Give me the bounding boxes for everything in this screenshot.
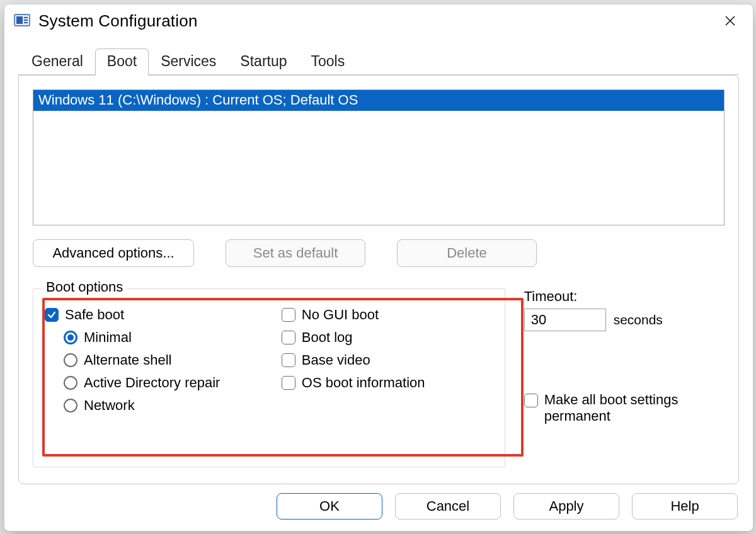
delete-button: Delete	[397, 239, 537, 267]
radio-network-row[interactable]: Network	[64, 397, 256, 414]
help-button[interactable]: Help	[632, 493, 738, 520]
os-boot-info-label: OS boot information	[302, 375, 425, 391]
dialog-button-row: OK Cancel Apply Help	[4, 493, 753, 531]
os-list[interactable]: Windows 11 (C:\Windows) : Current OS; De…	[33, 89, 724, 225]
apply-button[interactable]: Apply	[513, 493, 619, 520]
permanent-checkbox[interactable]	[524, 394, 538, 407]
svg-rect-4	[24, 22, 28, 23]
boot-tabpage: Windows 11 (C:\Windows) : Current OS; De…	[18, 75, 739, 484]
tab-startup[interactable]: Startup	[228, 48, 299, 75]
system-configuration-dialog: System Configuration General Boot Servic…	[4, 4, 753, 531]
radio-minimal-row[interactable]: Minimal	[64, 329, 256, 346]
radio-ad-repair-row[interactable]: Active Directory repair	[64, 375, 256, 391]
svg-rect-3	[24, 20, 28, 21]
timeout-input[interactable]	[524, 309, 606, 331]
radio-alternate-shell-row[interactable]: Alternate shell	[64, 352, 256, 368]
boot-log-checkbox[interactable]	[282, 331, 295, 344]
ok-button[interactable]: OK	[277, 493, 382, 520]
radio-ad-repair[interactable]	[64, 376, 77, 390]
radio-ad-repair-label: Active Directory repair	[84, 375, 220, 391]
os-boot-info-checkbox[interactable]	[282, 376, 295, 390]
no-gui-boot-row[interactable]: No GUI boot	[282, 307, 493, 323]
msconfig-icon	[13, 12, 31, 30]
tab-general[interactable]: General	[20, 48, 95, 75]
radio-minimal-label: Minimal	[84, 329, 132, 346]
safe-boot-column: Safe boot Minimal Alternate shell	[45, 304, 256, 420]
timeout-unit: seconds	[614, 312, 663, 327]
safe-boot-checkbox[interactable]	[45, 308, 59, 322]
base-video-label: Base video	[302, 352, 370, 368]
radio-network[interactable]	[64, 399, 77, 412]
os-boot-info-row[interactable]: OS boot information	[282, 375, 493, 391]
titlebar: System Configuration	[4, 4, 753, 37]
base-video-row[interactable]: Base video	[282, 352, 493, 368]
no-gui-boot-label: No GUI boot	[302, 307, 379, 323]
tabstrip: General Boot Services Startup Tools	[4, 37, 753, 75]
tab-boot[interactable]: Boot	[95, 48, 149, 76]
safe-boot-label: Safe boot	[65, 307, 124, 323]
boot-options-legend: Boot options	[42, 279, 127, 295]
svg-rect-1	[16, 16, 23, 24]
radio-network-label: Network	[84, 397, 135, 414]
boot-log-row[interactable]: Boot log	[282, 329, 493, 346]
boot-flags-column: No GUI boot Boot log Base	[282, 304, 493, 420]
boot-settings-row: Boot options Safe boot Minim	[33, 288, 724, 467]
boot-options-group: Boot options Safe boot Minim	[33, 288, 505, 467]
permanent-label: Make all boot settings permanent	[544, 392, 724, 424]
close-icon	[724, 15, 736, 26]
boot-log-label: Boot log	[302, 329, 353, 346]
radio-alternate-shell[interactable]	[64, 353, 77, 367]
base-video-checkbox[interactable]	[282, 353, 295, 367]
tab-services[interactable]: Services	[149, 48, 228, 75]
radio-alternate-shell-label: Alternate shell	[84, 352, 171, 368]
permanent-row[interactable]: Make all boot settings permanent	[524, 392, 724, 424]
set-default-button: Set as default	[226, 239, 365, 267]
svg-rect-2	[24, 17, 28, 18]
no-gui-boot-checkbox[interactable]	[282, 308, 295, 322]
timeout-label: Timeout:	[524, 288, 724, 305]
os-list-item[interactable]: Windows 11 (C:\Windows) : Current OS; De…	[33, 90, 724, 111]
window-title: System Configuration	[38, 11, 709, 31]
tab-tools[interactable]: Tools	[299, 48, 357, 75]
close-button[interactable]	[716, 7, 744, 35]
safe-boot-checkbox-row[interactable]: Safe boot	[45, 307, 256, 323]
advanced-options-button[interactable]: Advanced options...	[33, 239, 194, 267]
cancel-button[interactable]: Cancel	[395, 493, 501, 520]
radio-minimal[interactable]	[64, 331, 77, 344]
timeout-section: Timeout: seconds Make all boot settings …	[524, 288, 724, 424]
os-actions-row: Advanced options... Set as default Delet…	[33, 239, 724, 267]
